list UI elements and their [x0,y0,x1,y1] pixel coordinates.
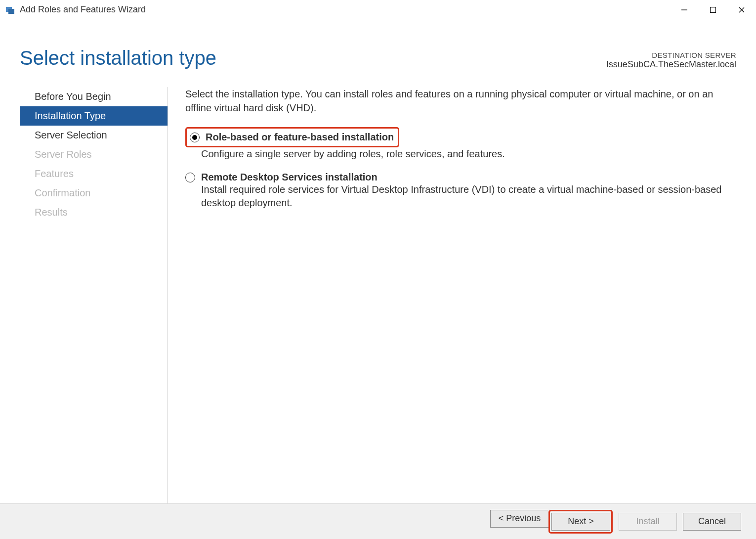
cancel-button[interactable]: Cancel [683,513,741,531]
window-title: Add Roles and Features Wizard [20,4,146,15]
header: Select installation type DESTINATION SER… [0,20,756,75]
option-role-based[interactable]: Role-based or feature-based installation… [185,127,736,161]
main-panel: Select the installation type. You can in… [168,87,736,503]
titlebar: Add Roles and Features Wizard [0,0,756,20]
step-server-selection[interactable]: Server Selection [20,126,168,145]
nav-button-group: < Previous Next > [490,510,613,534]
wizard-sidebar: Before You Begin Installation Type Serve… [20,87,168,503]
option-highlight: Role-based or feature-based installation [185,127,399,147]
footer: < Previous Next > Install Cancel [0,503,756,539]
step-features: Features [20,164,168,183]
next-button[interactable]: Next > [551,513,610,531]
radio-role-based[interactable] [190,133,200,142]
page-title: Select installation type [20,47,216,69]
previous-button[interactable]: < Previous [490,510,548,528]
content: Before You Begin Installation Type Serve… [0,75,756,503]
maximize-button[interactable] [699,0,727,19]
step-confirmation: Confirmation [20,183,168,203]
minimize-button[interactable] [670,0,699,19]
radio-rds[interactable] [185,173,195,182]
step-before-you-begin[interactable]: Before You Begin [20,87,168,106]
step-server-roles: Server Roles [20,145,168,164]
destination-server: IssueSubCA.TheSecMaster.local [606,59,736,70]
intro-text: Select the installation type. You can in… [185,87,736,115]
destination-label: DESTINATION SERVER [606,51,736,59]
install-button: Install [619,513,677,531]
wizard-icon [5,4,16,15]
step-results: Results [20,203,168,222]
option-description: Configure a single server by adding role… [201,147,736,161]
destination-block: DESTINATION SERVER IssueSubCA.TheSecMast… [606,51,736,70]
option-title: Role-based or feature-based installation [206,132,394,143]
window-controls [670,0,756,19]
step-installation-type[interactable]: Installation Type [20,106,168,126]
next-highlight: Next > [548,510,613,534]
option-title: Remote Desktop Services installation [201,172,378,183]
svg-rect-1 [8,9,14,14]
close-button[interactable] [727,0,756,19]
option-rds[interactable]: Remote Desktop Services installation Ins… [185,172,736,210]
svg-rect-3 [711,7,716,12]
option-description: Install required role services for Virtu… [201,183,736,210]
